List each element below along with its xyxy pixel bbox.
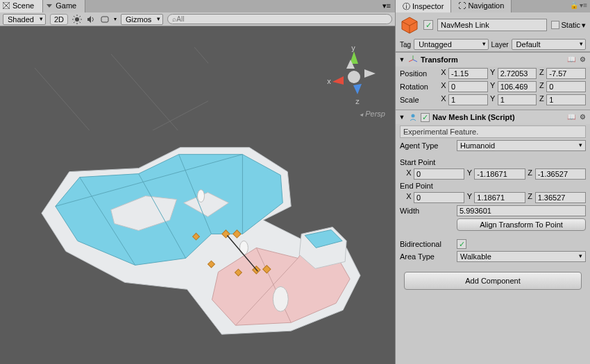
end-y[interactable]: 1.18671 (474, 192, 525, 203)
svg-line-10 (74, 21, 75, 23)
scene-icon (3, 2, 10, 9)
start-y[interactable]: -1.18671 (474, 168, 525, 180)
layer-label: Layer (491, 41, 509, 49)
svg-point-28 (273, 286, 288, 311)
bidirectional-checkbox[interactable]: ✓ (457, 239, 466, 249)
scale-y[interactable]: 1 (498, 94, 537, 105)
start-point-label: Start Point (400, 158, 586, 166)
svg-rect-12 (101, 17, 108, 22)
gizmos-dropdown[interactable]: Gizmos (121, 14, 163, 25)
rotation-x[interactable]: 0 (448, 81, 488, 92)
svg-point-3 (75, 17, 79, 21)
gameobject-header: ✓ NavMesh Link Static ▾ (396, 12, 590, 37)
scale-x[interactable]: 1 (448, 94, 488, 105)
inspector-icon: ⓘ (403, 2, 410, 10)
fx-dropdown[interactable]: ▾ (114, 16, 117, 22)
navmeshlink-header[interactable]: ▼ ✓ Nav Mesh Link (Script) 📖⚙ (396, 110, 590, 124)
static-toggle[interactable]: Static ▾ (551, 21, 586, 30)
end-z[interactable]: 1.36527 (535, 192, 586, 203)
orientation-gizmo[interactable]: y x z (323, 46, 385, 108)
layer-dropdown[interactable]: Default (512, 39, 586, 50)
scene-toolbar: Shaded 2D ▾ Gizmos ⌕ (0, 12, 395, 26)
tag-label: Tag (400, 41, 411, 49)
svg-text:z: z (355, 97, 360, 105)
game-icon (46, 2, 53, 9)
active-checkbox[interactable]: ✓ (423, 20, 433, 30)
agent-type-dropdown[interactable]: Humanoid (457, 140, 586, 151)
scene-viewport[interactable]: y x z ◂ Persp (0, 26, 395, 364)
svg-text:y: y (351, 46, 355, 52)
position-y[interactable]: 2.72053 (498, 68, 537, 79)
svg-line-43 (413, 60, 417, 62)
scene-search[interactable]: ⌕ (167, 14, 392, 24)
svg-point-37 (348, 71, 360, 83)
svg-point-27 (239, 241, 248, 254)
position-z[interactable]: -7.57 (546, 68, 586, 79)
area-type-dropdown[interactable]: Walkable (457, 251, 586, 262)
static-dropdown-icon[interactable]: ▾ (582, 21, 586, 30)
transform-header[interactable]: ▼ Transform 📖⚙ (396, 53, 590, 67)
help-icon[interactable]: 📖 (566, 113, 576, 121)
svg-line-8 (74, 16, 75, 17)
audio-icon[interactable] (86, 15, 96, 24)
rotation-z[interactable]: 0 (546, 81, 586, 92)
navigation-icon: ⛶ (458, 1, 466, 10)
start-x[interactable]: 0 (414, 168, 464, 180)
tab-scene-label: Scene (12, 1, 34, 10)
svg-line-42 (409, 60, 413, 62)
persp-label: ◂ Persp (360, 110, 385, 118)
navmeshlink-icon (408, 112, 418, 122)
gameobject-icon[interactable] (400, 15, 419, 35)
lock-icon[interactable]: 🔒 (570, 1, 578, 9)
tab-navigation[interactable]: ⛶ Navigation (451, 0, 512, 12)
svg-point-44 (412, 114, 415, 118)
scale-z[interactable]: 1 (546, 94, 586, 105)
gear-icon[interactable]: ⚙ (578, 55, 587, 64)
svg-point-26 (197, 190, 204, 202)
tab-game-label: Game (56, 1, 76, 10)
svg-text:x: x (327, 77, 331, 85)
inspector-tab-bar: ⓘ Inspector ⛶ Navigation 🔒 ▾≡ (396, 0, 590, 12)
rotation-y[interactable]: 106.469 (498, 81, 537, 92)
svg-line-11 (80, 16, 81, 17)
fx-icon[interactable] (100, 15, 110, 24)
svg-line-9 (80, 21, 81, 23)
width-field[interactable]: 5.993601 (457, 205, 586, 216)
pane-menu-icon[interactable]: ▾≡ (378, 0, 395, 12)
search-input[interactable] (176, 15, 387, 23)
tab-scene[interactable]: Scene (0, 0, 43, 12)
shading-dropdown[interactable]: Shaded (3, 14, 46, 25)
align-transform-button[interactable]: Align Transform To Point (457, 218, 586, 231)
component-enabled-checkbox[interactable]: ✓ (421, 113, 430, 122)
2d-toggle[interactable]: 2D (50, 14, 68, 25)
gear-icon[interactable]: ⚙ (578, 113, 587, 121)
tab-inspector[interactable]: ⓘ Inspector (396, 0, 451, 12)
foldout-icon[interactable]: ▼ (398, 114, 405, 121)
pane-menu-icon[interactable]: ▾≡ (580, 1, 587, 9)
scene-tab-bar: Scene Game ▾≡ (0, 0, 395, 12)
end-x[interactable]: 0 (414, 192, 464, 203)
add-component-button[interactable]: Add Component (404, 272, 582, 290)
help-icon[interactable]: 📖 (566, 55, 576, 64)
foldout-icon[interactable]: ▼ (398, 56, 405, 63)
gameobject-name-field[interactable]: NavMesh Link (437, 19, 547, 31)
light-icon[interactable] (72, 15, 82, 24)
tag-dropdown[interactable]: Untagged (414, 39, 488, 50)
transform-icon (408, 55, 418, 64)
position-x[interactable]: -1.15 (448, 68, 488, 79)
experimental-banner: Experimental Feature. (400, 125, 586, 138)
end-point-label: End Point (400, 182, 586, 190)
start-z[interactable]: -1.36527 (535, 168, 586, 180)
tab-game[interactable]: Game (43, 0, 85, 12)
